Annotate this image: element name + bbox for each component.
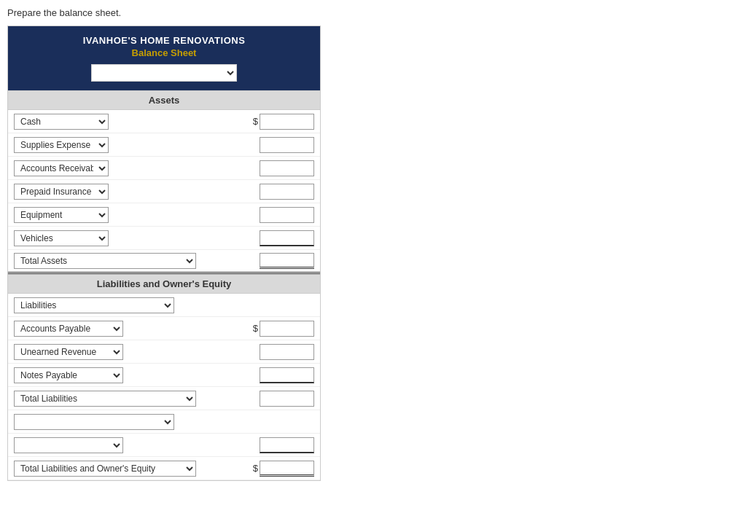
liabilities-equity-section-header: Liabilities and Owner's Equity xyxy=(8,274,320,294)
equity-category-select[interactable]: Owner's Capital Owner's Equity Retained … xyxy=(14,414,174,430)
liabilities-header-row: Liabilities Owner's Equity xyxy=(8,294,320,317)
accounts-payable-dollar-sign: $ xyxy=(253,323,258,334)
unearned-revenue-select[interactable]: Unearned Revenue Accounts Payable Notes … xyxy=(14,344,123,360)
total-assets-input[interactable] xyxy=(260,253,314,269)
total-final-dollar-sign: $ xyxy=(253,463,258,474)
equipment-row: Equipment Cash Supplies Expense Accounts… xyxy=(8,203,320,227)
total-assets-input-wrapper xyxy=(260,253,314,269)
equity-empty-row: Owner's Capital Owner's Equity Retained … xyxy=(8,410,320,434)
total-liabilities-equity-row: Total Liabilities and Owner's Equity $ xyxy=(8,457,320,480)
total-liabilities-row: Total Liabilities xyxy=(8,387,320,410)
vehicles-input-wrapper xyxy=(260,230,314,246)
equity-value-input-wrapper xyxy=(260,437,314,453)
prepaid-insurance-row: Prepaid Insurance Cash Supplies Expense … xyxy=(8,180,320,203)
company-name: IVANHOE'S HOME RENOVATIONS xyxy=(15,35,313,46)
accounts-payable-row: Accounts Payable Unearned Revenue Notes … xyxy=(8,317,320,340)
notes-payable-select[interactable]: Notes Payable Accounts Payable Unearned … xyxy=(14,367,123,383)
cash-select[interactable]: Cash Supplies Expense Accounts Receivabl… xyxy=(14,114,109,130)
sheet-title: Balance Sheet xyxy=(15,47,313,58)
accounts-payable-input[interactable] xyxy=(260,321,314,337)
intro-text: Prepare the balance sheet. xyxy=(7,7,749,18)
vehicles-input[interactable] xyxy=(260,230,314,246)
cash-dollar-sign: $ xyxy=(253,116,258,127)
cash-input-wrapper: $ xyxy=(253,114,314,130)
notes-payable-row: Notes Payable Accounts Payable Unearned … xyxy=(8,364,320,387)
total-assets-row: Total Assets xyxy=(8,250,320,274)
date-select[interactable]: December 31, 2024 June 30, 2024 March 31… xyxy=(91,64,237,82)
cash-row: Cash Supplies Expense Accounts Receivabl… xyxy=(8,110,320,133)
equity-value-row: Owner's Capital Owner's Equity Retained … xyxy=(8,434,320,457)
cash-input[interactable] xyxy=(260,114,314,130)
accounts-payable-input-wrapper: $ xyxy=(253,321,314,337)
accounts-receivable-select[interactable]: Accounts Receivable Cash Supplies Expens… xyxy=(14,160,109,176)
accounts-receivable-input[interactable] xyxy=(260,160,314,176)
total-final-input[interactable] xyxy=(260,461,314,477)
total-liabilities-equity-select[interactable]: Total Liabilities and Owner's Equity xyxy=(14,461,196,477)
unearned-revenue-input[interactable] xyxy=(260,344,314,360)
prepaid-insurance-select[interactable]: Prepaid Insurance Cash Supplies Expense … xyxy=(14,184,109,200)
total-final-double-wrapper xyxy=(260,461,314,477)
assets-section-header: Assets xyxy=(8,90,320,110)
header-section: IVANHOE'S HOME RENOVATIONS Balance Sheet… xyxy=(8,26,320,90)
notes-payable-input-wrapper xyxy=(260,367,314,383)
unearned-revenue-row: Unearned Revenue Accounts Payable Notes … xyxy=(8,340,320,364)
supplies-row: Supplies Expense Cash Accounts Receivabl… xyxy=(8,133,320,157)
accounts-payable-select[interactable]: Accounts Payable Unearned Revenue Notes … xyxy=(14,321,123,337)
vehicles-select[interactable]: Vehicles Cash Supplies Expense Accounts … xyxy=(14,230,109,246)
vehicles-row: Vehicles Cash Supplies Expense Accounts … xyxy=(8,227,320,250)
total-assets-select[interactable]: Total Assets xyxy=(14,253,196,269)
balance-sheet-container: IVANHOE'S HOME RENOVATIONS Balance Sheet… xyxy=(7,26,321,481)
total-liabilities-input[interactable] xyxy=(260,391,314,407)
total-liabilities-select[interactable]: Total Liabilities xyxy=(14,391,196,407)
accounts-receivable-row: Accounts Receivable Cash Supplies Expens… xyxy=(8,157,320,180)
equity-item-select[interactable]: Owner's Capital Owner's Equity Retained … xyxy=(14,437,123,453)
liabilities-category-select[interactable]: Liabilities Owner's Equity xyxy=(14,297,174,313)
equity-value-input[interactable] xyxy=(260,437,314,453)
supplies-input[interactable] xyxy=(260,137,314,153)
equipment-select[interactable]: Equipment Cash Supplies Expense Accounts… xyxy=(14,207,109,223)
prepaid-insurance-input[interactable] xyxy=(260,184,314,200)
total-final-input-wrapper: $ xyxy=(253,461,314,477)
supplies-select[interactable]: Supplies Expense Cash Accounts Receivabl… xyxy=(14,137,109,153)
equipment-input[interactable] xyxy=(260,207,314,223)
notes-payable-input[interactable] xyxy=(260,367,314,383)
